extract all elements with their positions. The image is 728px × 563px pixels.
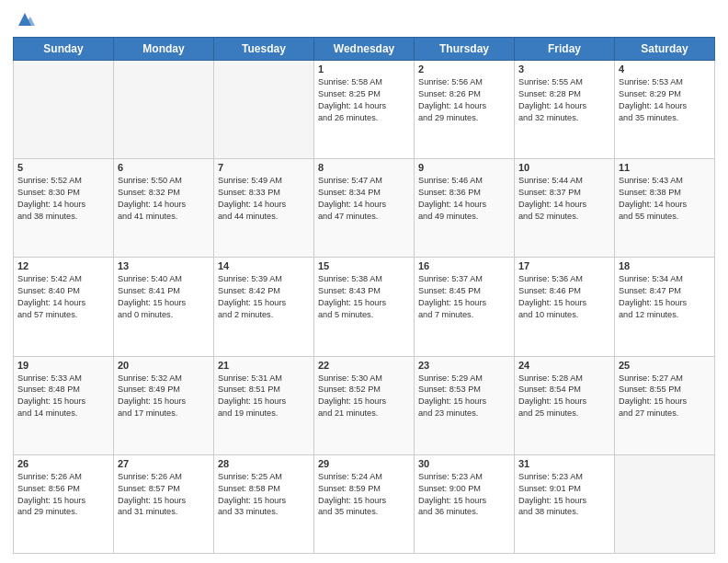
calendar-cell: 14Sunrise: 5:39 AM Sunset: 8:42 PM Dayli… xyxy=(214,258,314,356)
page: SundayMondayTuesdayWednesdayThursdayFrid… xyxy=(0,0,728,563)
calendar-cell: 25Sunrise: 5:27 AM Sunset: 8:55 PM Dayli… xyxy=(615,356,715,454)
calendar-cell: 23Sunrise: 5:29 AM Sunset: 8:53 PM Dayli… xyxy=(415,356,515,454)
day-info: Sunrise: 5:24 AM Sunset: 8:59 PM Dayligh… xyxy=(318,471,410,519)
header xyxy=(13,9,715,29)
day-info: Sunrise: 5:29 AM Sunset: 8:53 PM Dayligh… xyxy=(418,373,510,420)
day-number: 16 xyxy=(418,260,510,271)
day-info: Sunrise: 5:38 AM Sunset: 8:43 PM Dayligh… xyxy=(318,273,410,321)
day-number: 11 xyxy=(619,162,711,173)
day-info: Sunrise: 5:42 AM Sunset: 8:40 PM Dayligh… xyxy=(17,273,109,321)
calendar-cell: 24Sunrise: 5:28 AM Sunset: 8:54 PM Dayli… xyxy=(515,356,615,454)
col-header-sunday: Sunday xyxy=(14,38,114,61)
day-number: 25 xyxy=(619,360,711,371)
calendar-cell: 6Sunrise: 5:50 AM Sunset: 8:32 PM Daylig… xyxy=(114,159,214,258)
day-info: Sunrise: 5:37 AM Sunset: 8:45 PM Dayligh… xyxy=(418,273,510,321)
day-number: 18 xyxy=(619,260,711,271)
day-info: Sunrise: 5:52 AM Sunset: 8:30 PM Dayligh… xyxy=(17,175,109,223)
day-number: 29 xyxy=(318,458,410,469)
day-info: Sunrise: 5:43 AM Sunset: 8:38 PM Dayligh… xyxy=(619,175,711,223)
calendar-cell: 7Sunrise: 5:49 AM Sunset: 8:33 PM Daylig… xyxy=(214,159,314,258)
logo xyxy=(13,9,35,29)
day-number: 30 xyxy=(418,458,510,469)
day-info: Sunrise: 5:27 AM Sunset: 8:55 PM Dayligh… xyxy=(619,373,711,420)
day-number: 20 xyxy=(118,360,210,371)
day-number: 3 xyxy=(518,63,610,75)
day-info: Sunrise: 5:55 AM Sunset: 8:28 PM Dayligh… xyxy=(518,76,610,124)
logo-icon xyxy=(15,9,35,29)
day-number: 23 xyxy=(418,360,510,371)
day-info: Sunrise: 5:34 AM Sunset: 8:47 PM Dayligh… xyxy=(619,273,711,321)
day-info: Sunrise: 5:23 AM Sunset: 9:01 PM Dayligh… xyxy=(518,471,610,519)
day-info: Sunrise: 5:28 AM Sunset: 8:54 PM Dayligh… xyxy=(518,373,610,420)
calendar-cell: 11Sunrise: 5:43 AM Sunset: 8:38 PM Dayli… xyxy=(615,159,715,258)
day-number: 8 xyxy=(318,162,410,173)
calendar-cell: 12Sunrise: 5:42 AM Sunset: 8:40 PM Dayli… xyxy=(14,258,114,356)
day-info: Sunrise: 5:53 AM Sunset: 8:29 PM Dayligh… xyxy=(619,76,711,124)
day-number: 5 xyxy=(17,162,109,173)
day-info: Sunrise: 5:46 AM Sunset: 8:36 PM Dayligh… xyxy=(418,175,510,223)
day-info: Sunrise: 5:32 AM Sunset: 8:49 PM Dayligh… xyxy=(118,373,210,420)
calendar-cell: 9Sunrise: 5:46 AM Sunset: 8:36 PM Daylig… xyxy=(415,159,515,258)
calendar-cell: 8Sunrise: 5:47 AM Sunset: 8:34 PM Daylig… xyxy=(314,159,415,258)
day-number: 15 xyxy=(318,260,410,271)
calendar-cell: 1Sunrise: 5:58 AM Sunset: 8:25 PM Daylig… xyxy=(314,61,415,159)
calendar-cell: 20Sunrise: 5:32 AM Sunset: 8:49 PM Dayli… xyxy=(114,356,214,454)
calendar-cell: 2Sunrise: 5:56 AM Sunset: 8:26 PM Daylig… xyxy=(415,61,515,159)
calendar-cell: 18Sunrise: 5:34 AM Sunset: 8:47 PM Dayli… xyxy=(615,258,715,356)
day-number: 4 xyxy=(619,63,711,75)
calendar-cell: 13Sunrise: 5:40 AM Sunset: 8:41 PM Dayli… xyxy=(114,258,214,356)
day-number: 2 xyxy=(418,63,510,75)
calendar-cell: 3Sunrise: 5:55 AM Sunset: 8:28 PM Daylig… xyxy=(515,61,615,159)
day-number: 28 xyxy=(218,458,310,469)
day-info: Sunrise: 5:49 AM Sunset: 8:33 PM Dayligh… xyxy=(218,175,310,223)
calendar-cell: 16Sunrise: 5:37 AM Sunset: 8:45 PM Dayli… xyxy=(415,258,515,356)
day-number: 1 xyxy=(318,63,410,75)
day-info: Sunrise: 5:36 AM Sunset: 8:46 PM Dayligh… xyxy=(518,273,610,321)
day-info: Sunrise: 5:23 AM Sunset: 9:00 PM Dayligh… xyxy=(418,471,510,519)
day-info: Sunrise: 5:40 AM Sunset: 8:41 PM Dayligh… xyxy=(118,273,210,321)
day-info: Sunrise: 5:31 AM Sunset: 8:51 PM Dayligh… xyxy=(218,373,310,420)
col-header-saturday: Saturday xyxy=(615,38,715,61)
calendar-cell: 22Sunrise: 5:30 AM Sunset: 8:52 PM Dayli… xyxy=(314,356,415,454)
col-header-friday: Friday xyxy=(515,38,615,61)
calendar-cell: 21Sunrise: 5:31 AM Sunset: 8:51 PM Dayli… xyxy=(214,356,314,454)
day-number: 24 xyxy=(518,360,610,371)
day-number: 7 xyxy=(218,162,310,173)
day-number: 12 xyxy=(17,260,109,271)
day-info: Sunrise: 5:58 AM Sunset: 8:25 PM Dayligh… xyxy=(318,76,410,124)
col-header-wednesday: Wednesday xyxy=(314,38,415,61)
calendar-cell: 4Sunrise: 5:53 AM Sunset: 8:29 PM Daylig… xyxy=(615,61,715,159)
calendar-cell xyxy=(14,61,114,159)
calendar-cell: 27Sunrise: 5:26 AM Sunset: 8:57 PM Dayli… xyxy=(114,454,214,553)
calendar-cell: 19Sunrise: 5:33 AM Sunset: 8:48 PM Dayli… xyxy=(14,356,114,454)
col-header-tuesday: Tuesday xyxy=(214,38,314,61)
day-info: Sunrise: 5:33 AM Sunset: 8:48 PM Dayligh… xyxy=(17,373,109,420)
day-info: Sunrise: 5:25 AM Sunset: 8:58 PM Dayligh… xyxy=(218,471,310,519)
day-info: Sunrise: 5:47 AM Sunset: 8:34 PM Dayligh… xyxy=(318,175,410,223)
day-info: Sunrise: 5:50 AM Sunset: 8:32 PM Dayligh… xyxy=(118,175,210,223)
calendar-cell: 15Sunrise: 5:38 AM Sunset: 8:43 PM Dayli… xyxy=(314,258,415,356)
calendar-cell: 31Sunrise: 5:23 AM Sunset: 9:01 PM Dayli… xyxy=(515,454,615,553)
day-info: Sunrise: 5:26 AM Sunset: 8:57 PM Dayligh… xyxy=(118,471,210,519)
day-number: 9 xyxy=(418,162,510,173)
calendar-cell xyxy=(114,61,214,159)
day-info: Sunrise: 5:26 AM Sunset: 8:56 PM Dayligh… xyxy=(17,471,109,519)
day-number: 19 xyxy=(17,360,109,371)
calendar-cell: 29Sunrise: 5:24 AM Sunset: 8:59 PM Dayli… xyxy=(314,454,415,553)
day-number: 10 xyxy=(518,162,610,173)
calendar-table: SundayMondayTuesdayWednesdayThursdayFrid… xyxy=(13,37,715,554)
day-info: Sunrise: 5:44 AM Sunset: 8:37 PM Dayligh… xyxy=(518,175,610,223)
calendar-cell: 28Sunrise: 5:25 AM Sunset: 8:58 PM Dayli… xyxy=(214,454,314,553)
day-number: 13 xyxy=(118,260,210,271)
col-header-thursday: Thursday xyxy=(415,38,515,61)
day-number: 17 xyxy=(518,260,610,271)
day-number: 22 xyxy=(318,360,410,371)
day-number: 31 xyxy=(518,458,610,469)
calendar-cell: 30Sunrise: 5:23 AM Sunset: 9:00 PM Dayli… xyxy=(415,454,515,553)
col-header-monday: Monday xyxy=(114,38,214,61)
day-number: 14 xyxy=(218,260,310,271)
day-info: Sunrise: 5:30 AM Sunset: 8:52 PM Dayligh… xyxy=(318,373,410,420)
day-number: 21 xyxy=(218,360,310,371)
calendar-cell xyxy=(615,454,715,553)
day-number: 26 xyxy=(17,458,109,469)
